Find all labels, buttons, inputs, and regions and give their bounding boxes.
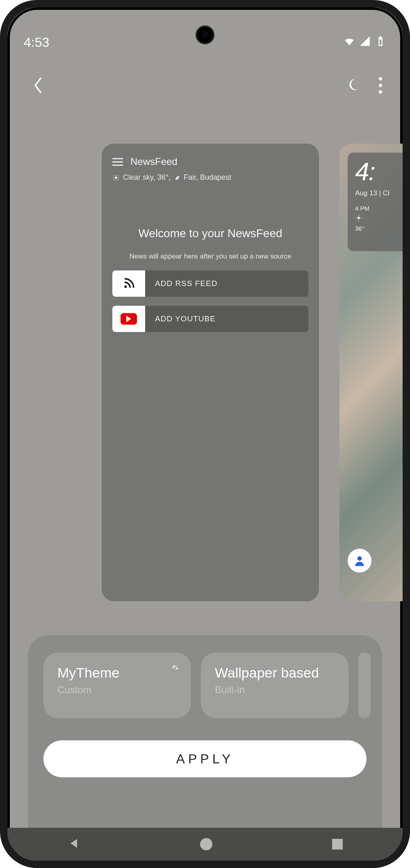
nav-recents-icon[interactable] xyxy=(332,839,343,850)
wifi-icon xyxy=(344,35,355,50)
add-rss-feed-button[interactable]: ADD RSS FEED xyxy=(112,270,308,297)
add-youtube-button[interactable]: ADD YOUTUBE xyxy=(112,306,308,332)
svg-line-7 xyxy=(114,179,114,180)
svg-line-8 xyxy=(118,175,118,176)
preview-carousel[interactable]: NewsFeed Clear sky, 36°, Fair, Budapest … xyxy=(7,135,403,611)
status-time: 4:53 xyxy=(24,35,49,50)
dark-mode-icon[interactable] xyxy=(348,77,362,94)
peek-hour: 4 PM xyxy=(355,205,403,212)
nav-back-icon[interactable] xyxy=(67,837,80,852)
apply-button[interactable]: APPLY xyxy=(43,740,367,777)
signal-icon xyxy=(359,35,371,50)
theme-name: Wallpaper based xyxy=(215,665,335,681)
weather-line: Clear sky, 36°, Fair, Budapest xyxy=(112,173,308,182)
peek-time: 4: xyxy=(355,157,403,186)
apply-label: APPLY xyxy=(176,751,234,767)
overflow-menu-icon[interactable] xyxy=(379,77,382,94)
svg-line-6 xyxy=(118,179,118,180)
svg-point-0 xyxy=(115,176,117,179)
theme-card-next[interactable] xyxy=(358,653,371,718)
svg-point-9 xyxy=(124,285,127,288)
clock-widget: 4: Aug 13 | Cl 4 PM 36° xyxy=(348,153,403,251)
leaf-icon xyxy=(174,174,180,181)
theme-subtitle: Built-in xyxy=(215,684,335,696)
peek-date: Aug 13 | Cl xyxy=(355,189,403,197)
gear-icon[interactable] xyxy=(171,664,179,671)
hamburger-icon xyxy=(112,158,123,166)
theme-selector-sheet: MyTheme Custom Wallpaper based Built-in … xyxy=(28,635,382,853)
peek-temp: 36° xyxy=(355,225,403,232)
add-youtube-label: ADD YOUTUBE xyxy=(145,314,216,323)
battery-icon xyxy=(375,35,386,50)
camera-notch xyxy=(196,25,214,44)
svg-point-15 xyxy=(358,556,362,561)
theme-subtitle: Custom xyxy=(57,684,177,696)
newsfeed-subtitle: News will appear here after you set up a… xyxy=(112,252,308,261)
newsfeed-preview-card[interactable]: NewsFeed Clear sky, 36°, Fair, Budapest … xyxy=(102,144,319,601)
theme-card-mytheme[interactable]: MyTheme Custom xyxy=(43,653,191,718)
navigation-bar xyxy=(7,828,403,861)
svg-line-5 xyxy=(114,175,114,176)
newsfeed-title: NewsFeed xyxy=(130,156,178,167)
sun-icon xyxy=(355,212,403,223)
homescreen-preview-card[interactable]: 4: Aug 13 | Cl 4 PM 36° xyxy=(339,144,403,601)
nav-home-icon[interactable] xyxy=(200,838,212,850)
back-button[interactable] xyxy=(28,75,48,96)
newsfeed-welcome: Welcome to your NewsFeed xyxy=(112,227,308,240)
youtube-icon xyxy=(112,306,145,332)
svg-point-10 xyxy=(358,217,360,219)
theme-card-wallpaper-based[interactable]: Wallpaper based Built-in xyxy=(201,653,348,718)
contacts-app-icon xyxy=(348,549,371,573)
theme-name: MyTheme xyxy=(57,665,177,681)
add-rss-label: ADD RSS FEED xyxy=(145,279,217,288)
rss-icon xyxy=(112,270,145,297)
